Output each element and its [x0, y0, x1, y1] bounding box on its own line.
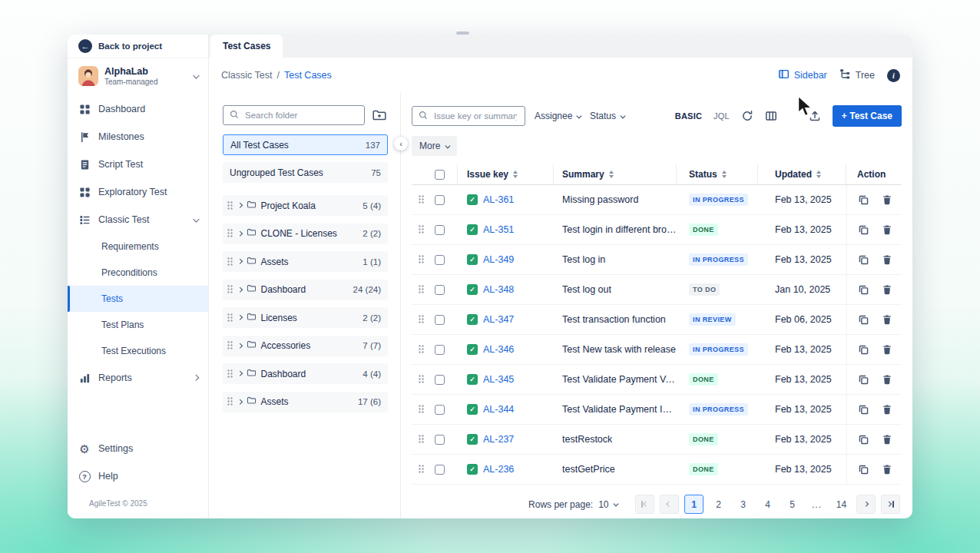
sidebar-item-help[interactable]: ? Help	[68, 462, 208, 490]
delete-icon[interactable]	[882, 434, 892, 445]
copy-icon[interactable]	[858, 284, 869, 296]
summary-text[interactable]: Test transaction function	[562, 314, 666, 325]
issue-key-link[interactable]: AL-347	[483, 314, 514, 325]
folder-item[interactable]: Project Koala 5 (4)	[223, 195, 388, 216]
rows-per-page-select[interactable]: 10	[598, 499, 617, 510]
issue-key-link[interactable]: AL-237	[483, 434, 514, 445]
issue-key-link[interactable]: AL-349	[483, 254, 514, 265]
chevron-right-icon[interactable]	[237, 399, 242, 404]
drag-handle-icon[interactable]	[227, 285, 233, 294]
folder-item[interactable]: CLONE - Licenses 2 (2)	[223, 224, 388, 244]
drag-handle-icon[interactable]	[227, 201, 233, 210]
more-filters-button[interactable]: More	[412, 136, 457, 156]
assignee-filter[interactable]: Assignee	[535, 111, 581, 121]
drag-handle-icon[interactable]	[419, 465, 425, 474]
table-row[interactable]: ✓ AL-236 testGetPrice DONE Feb 13, 2025	[412, 455, 902, 485]
row-checkbox[interactable]	[435, 285, 445, 295]
row-checkbox[interactable]	[435, 405, 445, 415]
sidebar-item-settings[interactable]: ⚙ Settings	[68, 435, 208, 462]
issue-key-link[interactable]: AL-344	[483, 404, 514, 415]
folder-item[interactable]: Assets 17 (6)	[223, 392, 388, 412]
table-row[interactable]: ✓ AL-237 testRestock DONE Feb 13, 2025	[412, 425, 902, 455]
sidebar-item-reports[interactable]: Reports	[68, 364, 208, 392]
drag-handle-icon[interactable]	[419, 255, 425, 264]
back-to-project-button[interactable]: ← Back to project	[68, 35, 208, 58]
columns-icon[interactable]	[765, 110, 777, 122]
drag-handle-icon[interactable]	[419, 225, 425, 234]
first-page-button[interactable]	[635, 495, 654, 514]
drag-handle-icon[interactable]	[419, 405, 425, 414]
issue-key-link[interactable]: AL-236	[483, 464, 514, 475]
summary-text[interactable]: Missing password	[562, 194, 638, 205]
delete-icon[interactable]	[882, 284, 892, 295]
page-button[interactable]: 3	[733, 495, 753, 514]
folder-all-test-cases[interactable]: All Test Cases 137	[223, 134, 388, 155]
row-checkbox[interactable]	[435, 465, 445, 475]
page-button[interactable]: 5	[783, 495, 802, 514]
breadcrumb-classic-test[interactable]: Classic Test	[221, 70, 272, 81]
new-test-case-button[interactable]: + Test Case	[833, 105, 902, 127]
summary-text[interactable]: Test Validate Payment Invalid	[562, 404, 677, 415]
copy-icon[interactable]	[858, 344, 869, 356]
drag-handle-icon[interactable]	[227, 229, 233, 238]
sidebar-item-dashboard[interactable]: Dashboard	[68, 95, 208, 123]
row-checkbox[interactable]	[435, 375, 445, 385]
copy-icon[interactable]	[858, 254, 869, 266]
row-checkbox[interactable]	[435, 225, 445, 235]
chevron-right-icon[interactable]	[237, 343, 242, 348]
summary-text[interactable]: Test New task with release	[562, 344, 676, 355]
copy-icon[interactable]	[858, 464, 869, 475]
basic-mode-toggle[interactable]: BASIC	[675, 111, 702, 121]
drag-handle-icon[interactable]	[419, 285, 425, 294]
chevron-right-icon[interactable]	[237, 315, 242, 320]
row-checkbox[interactable]	[435, 315, 445, 325]
issue-key-header[interactable]: Issue key	[467, 169, 508, 180]
drag-handle-icon[interactable]	[227, 369, 233, 379]
delete-icon[interactable]	[882, 194, 892, 205]
delete-icon[interactable]	[882, 224, 892, 235]
row-checkbox[interactable]	[435, 195, 445, 205]
previous-page-button[interactable]	[660, 495, 679, 514]
sidebar-item-script-test[interactable]: Script Test	[68, 151, 208, 178]
copy-icon[interactable]	[858, 314, 869, 326]
status-filter[interactable]: Status	[590, 111, 624, 121]
issue-search-input[interactable]	[432, 111, 518, 121]
copy-icon[interactable]	[858, 194, 869, 206]
page-button[interactable]: 2	[709, 495, 728, 514]
drag-handle-icon[interactable]	[227, 257, 233, 267]
folder-item[interactable]: Assets 1 (1)	[223, 251, 388, 272]
row-checkbox[interactable]	[435, 345, 445, 355]
next-page-button[interactable]	[856, 495, 876, 514]
page-button[interactable]: 14	[832, 495, 851, 514]
chevron-right-icon[interactable]	[237, 259, 242, 263]
sidebar-item-milestones[interactable]: Milestones	[68, 123, 208, 151]
table-row[interactable]: ✓ AL-361 Missing password IN PROGRESS Fe…	[412, 185, 902, 215]
summary-text[interactable]: Test login in different browser	[562, 224, 677, 235]
status-header[interactable]: Status	[689, 169, 717, 180]
sidebar-item-tests[interactable]: Tests	[68, 286, 208, 312]
table-row[interactable]: ✓ AL-346 Test New task with release IN P…	[412, 335, 902, 365]
table-row[interactable]: ✓ AL-345 Test Validate Payment Valid C D…	[412, 365, 902, 395]
table-row[interactable]: ✓ AL-349 Test log in IN PROGRESS Feb 13,…	[412, 245, 902, 275]
sort-icon[interactable]	[722, 171, 727, 178]
sidebar-item-preconditions[interactable]: Preconditions	[68, 260, 208, 286]
folder-item[interactable]: Dashboard 4 (4)	[223, 363, 388, 384]
copy-icon[interactable]	[858, 434, 869, 445]
table-row[interactable]: ✓ AL-347 Test transaction function IN RE…	[412, 305, 902, 335]
delete-icon[interactable]	[882, 344, 892, 355]
issue-key-link[interactable]: AL-348	[483, 284, 514, 295]
folder-ungrouped-test-cases[interactable]: Ungrouped Test Cases 75	[223, 162, 388, 183]
sort-icon[interactable]	[816, 171, 821, 178]
collapse-folders-button[interactable]: ‹	[394, 137, 408, 151]
delete-icon[interactable]	[882, 404, 892, 415]
chevron-right-icon[interactable]	[237, 287, 242, 292]
last-page-button[interactable]	[881, 495, 900, 514]
summary-text[interactable]: testRestock	[562, 434, 612, 445]
copy-icon[interactable]	[858, 374, 869, 386]
summary-text[interactable]: Test log out	[562, 284, 611, 295]
issue-key-link[interactable]: AL-346	[483, 344, 514, 355]
summary-text[interactable]: Test Validate Payment Valid C	[562, 374, 677, 385]
delete-icon[interactable]	[882, 374, 892, 385]
drag-handle-icon[interactable]	[419, 315, 425, 324]
folder-item[interactable]: Licenses 2 (2)	[223, 307, 388, 328]
